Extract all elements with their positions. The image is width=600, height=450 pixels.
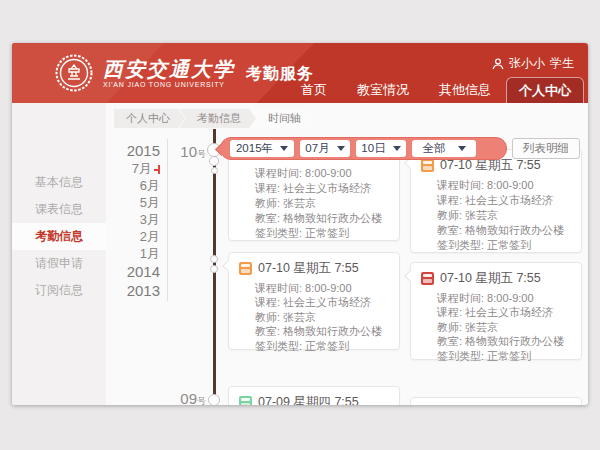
attendance-app-window: 西安交通大学 XI'AN JIAO TONG UNIVERSITY 考勤服务 张… bbox=[12, 43, 588, 405]
nav-item-personal-center-active[interactable]: 个人中心 bbox=[506, 77, 584, 103]
attendance-card[interactable]: 07-10 星期五 7:55 课程时间: 8:00-9:00 课程: 社会主义市… bbox=[228, 252, 400, 350]
timeline-year-2014[interactable]: 2014 bbox=[108, 262, 160, 281]
breadcrumb-timeline[interactable]: 时间轴 bbox=[250, 109, 316, 128]
timeline-month-5[interactable]: 5月 bbox=[108, 194, 160, 211]
user-name: 张小小 bbox=[509, 55, 545, 72]
sidebar-item-attendance-info[interactable]: 考勤信息 bbox=[12, 223, 106, 250]
card-line: 课程时间: 8:00-9:00 bbox=[229, 166, 399, 181]
user-icon bbox=[492, 58, 504, 70]
card-line: 教室: 格物致知行政办公楼 bbox=[411, 334, 581, 348]
day-marker-09: 09号 bbox=[162, 390, 206, 405]
timeline-node-day09 bbox=[208, 394, 220, 405]
sidebar-item-leave-request[interactable]: 请假申请 bbox=[12, 250, 106, 277]
timeline-node-small bbox=[210, 265, 218, 273]
sidebar: 基本信息 课表信息 考勤信息 请假申请 订阅信息 bbox=[12, 103, 106, 405]
attendance-card[interactable]: 07-10 星期五 7:55 课程时间: 8:00-9:00 课程: 社会主义市… bbox=[410, 149, 582, 253]
sidebar-item-schedule-info[interactable]: 课表信息 bbox=[12, 196, 106, 223]
card-line: 课程: 社会主义市场经济 bbox=[411, 305, 581, 319]
timeline-year-2013[interactable]: 2013 bbox=[108, 281, 160, 300]
card-line: 课程时间: 8:00-9:00 bbox=[229, 281, 399, 295]
user-info[interactable]: 张小小 学生 bbox=[492, 55, 574, 72]
card-line: 课程时间: 8:00-9:00 bbox=[411, 178, 581, 193]
day-select[interactable]: 10日 bbox=[356, 140, 406, 157]
card-line: 课程: 社会主义市场经济 bbox=[229, 295, 399, 309]
attendance-card[interactable]: 07-10 星期五 7:55 课程时间: 8:00-9:00 课程: 社会主义市… bbox=[410, 262, 582, 360]
timeline-month-2[interactable]: 2月 bbox=[108, 228, 160, 245]
card-date: 07-09 星期四 7:55 bbox=[258, 394, 359, 405]
calendar-icon bbox=[421, 159, 434, 172]
attendance-card[interactable]: 07-09 星期四 7:55 bbox=[228, 386, 400, 405]
timeline-month-1[interactable]: 1月 bbox=[108, 245, 160, 262]
type-select[interactable]: 全部 bbox=[412, 140, 476, 157]
card-line: 签到类型: 正常签到 bbox=[411, 349, 581, 363]
breadcrumb-attendance-info[interactable]: 考勤信息 bbox=[179, 109, 256, 128]
card-line: 签到类型: 正常签到 bbox=[229, 226, 399, 241]
card-line: 课程时间: 8:00-9:00 bbox=[411, 291, 581, 305]
calendar-icon bbox=[421, 272, 434, 285]
card-line: 教室: 格物致知行政办公楼 bbox=[411, 223, 581, 238]
main-nav: 首页 教室情况 其他信息 个人中心 bbox=[286, 77, 584, 103]
card-line: 教室: 格物致知行政办公楼 bbox=[229, 211, 399, 226]
brand: 西安交通大学 XI'AN JIAO TONG UNIVERSITY 考勤服务 bbox=[54, 53, 314, 93]
day-marker-10: 10号 bbox=[162, 143, 206, 161]
card-line: 教师: 张芸京 bbox=[229, 196, 399, 211]
card-line: 教师: 张芸京 bbox=[229, 310, 399, 324]
chevron-down-icon bbox=[393, 146, 401, 151]
chevron-down-icon bbox=[458, 146, 466, 151]
university-logo-icon bbox=[54, 53, 94, 93]
sidebar-item-basic-info[interactable]: 基本信息 bbox=[12, 169, 106, 196]
university-name-cn: 西安交通大学 bbox=[103, 58, 235, 80]
month-select[interactable]: 07月 bbox=[300, 140, 350, 157]
year-select[interactable]: 2015年 bbox=[230, 140, 294, 157]
timeline-node-small bbox=[210, 255, 218, 263]
brand-text: 西安交通大学 XI'AN JIAO TONG UNIVERSITY bbox=[103, 58, 235, 88]
card-date: 07-10 星期五 7:55 bbox=[440, 270, 541, 287]
app-header: 西安交通大学 XI'AN JIAO TONG UNIVERSITY 考勤服务 张… bbox=[12, 43, 588, 103]
card-line: 签到类型: 正常签到 bbox=[229, 339, 399, 353]
card-line: 教师: 张芸京 bbox=[411, 208, 581, 223]
timeline-year-month-nav: 2015 7月 6月 5月 3月 2月 1月 2014 2013 bbox=[108, 141, 160, 300]
timeline-month-3[interactable]: 3月 bbox=[108, 211, 160, 228]
timeline-node-medium bbox=[209, 156, 219, 166]
calendar-icon bbox=[239, 262, 252, 275]
selected-month-tick bbox=[153, 165, 160, 174]
chevron-down-icon bbox=[280, 146, 288, 151]
attendance-card-partial[interactable] bbox=[410, 397, 582, 405]
card-date: 07-10 星期五 7:55 bbox=[258, 260, 359, 277]
timeline-month-6[interactable]: 6月 bbox=[108, 177, 160, 194]
breadcrumb: 个人中心 考勤信息 时间轴 bbox=[114, 109, 317, 128]
calendar-icon bbox=[239, 396, 252, 405]
list-detail-button[interactable]: 列表明细 bbox=[512, 138, 580, 159]
timeline-year-2015[interactable]: 2015 bbox=[108, 141, 160, 160]
breadcrumb-personal-center[interactable]: 个人中心 bbox=[114, 109, 185, 128]
university-name-en: XI'AN JIAO TONG UNIVERSITY bbox=[103, 81, 235, 88]
date-filter-bar: 2015年 07月 10日 全部 bbox=[220, 137, 507, 160]
nav-item-classrooms[interactable]: 教室情况 bbox=[342, 77, 424, 103]
user-role: 学生 bbox=[550, 55, 574, 72]
sidebar-item-subscription-info[interactable]: 订阅信息 bbox=[12, 277, 106, 304]
timeline-month-7-selected[interactable]: 7月 bbox=[108, 160, 160, 177]
timeline-node-small bbox=[211, 167, 218, 174]
timeline-nav-divider bbox=[167, 139, 168, 301]
nav-item-home[interactable]: 首页 bbox=[286, 77, 342, 103]
card-line: 课程: 社会主义市场经济 bbox=[411, 193, 581, 208]
nav-item-other-info[interactable]: 其他信息 bbox=[424, 77, 506, 103]
chevron-down-icon bbox=[337, 146, 345, 151]
card-line: 课程: 社会主义市场经济 bbox=[229, 181, 399, 196]
card-line: 签到类型: 正常签到 bbox=[411, 238, 581, 253]
card-line: 教师: 张芸京 bbox=[411, 320, 581, 334]
card-line: 教室: 格物致知行政办公楼 bbox=[229, 324, 399, 338]
